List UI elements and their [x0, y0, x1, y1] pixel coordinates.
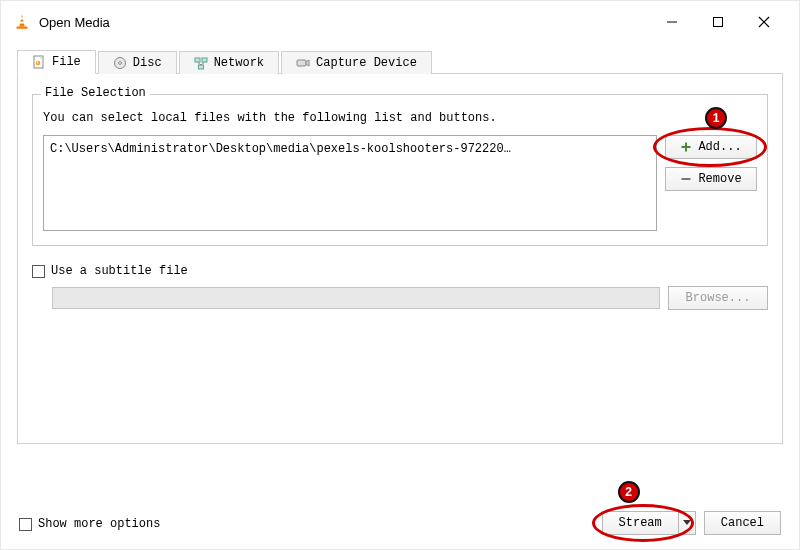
tab-capture[interactable]: Capture Device — [281, 51, 432, 74]
svg-rect-5 — [714, 18, 723, 27]
network-icon — [194, 56, 208, 70]
svg-rect-3 — [17, 27, 28, 29]
cancel-button-label: Cancel — [721, 516, 764, 530]
list-item[interactable]: C:\Users\Administrator\Desktop\media\pex… — [50, 140, 650, 158]
tab-disc-label: Disc — [133, 56, 162, 70]
tab-panel-file: File Selection You can select local file… — [17, 74, 783, 444]
tab-disc[interactable]: Disc — [98, 51, 177, 74]
remove-button[interactable]: Remove — [665, 167, 757, 191]
minimize-button[interactable] — [649, 7, 695, 37]
vlc-cone-icon — [13, 13, 31, 31]
file-icon — [32, 55, 46, 69]
stream-button-wrap: 2 Stream — [602, 511, 696, 535]
callout-badge-2: 2 — [618, 481, 640, 503]
window-title: Open Media — [39, 15, 649, 30]
dialog-body: File Disc Network Capture Device — [7, 37, 793, 454]
browse-button-label: Browse... — [686, 291, 751, 305]
cancel-button[interactable]: Cancel — [704, 511, 781, 535]
tab-file[interactable]: File — [17, 50, 96, 74]
stream-button-label: Stream — [619, 516, 662, 530]
callout-badge-1: 1 — [705, 107, 727, 129]
titlebar: Open Media — [7, 7, 793, 37]
callout-1-number: 1 — [713, 111, 720, 125]
add-button-label: Add... — [698, 140, 741, 154]
stream-split-button: Stream — [602, 511, 696, 535]
subtitle-path-row: Browse... — [32, 286, 768, 310]
more-options-row: Show more options — [19, 517, 160, 531]
svg-rect-15 — [202, 58, 207, 62]
close-button[interactable] — [741, 7, 787, 37]
add-button[interactable]: Add... — [665, 135, 757, 159]
disc-icon — [113, 56, 127, 70]
plus-icon — [680, 141, 692, 153]
svg-rect-16 — [198, 65, 203, 69]
svg-marker-24 — [683, 520, 691, 525]
svg-rect-14 — [195, 58, 200, 62]
tab-row: File Disc Network Capture Device — [17, 49, 783, 74]
tab-file-label: File — [52, 55, 81, 69]
file-side-buttons: 1 Add... Remove — [665, 135, 757, 191]
stream-dropdown-button[interactable] — [678, 511, 696, 535]
outer-container: Open Media File — [0, 0, 800, 550]
subtitle-checkbox[interactable] — [32, 265, 45, 278]
capture-device-icon — [296, 56, 310, 70]
show-more-options-checkbox[interactable] — [19, 518, 32, 531]
tab-network[interactable]: Network — [179, 51, 279, 74]
remove-button-label: Remove — [698, 172, 741, 186]
svg-point-13 — [118, 62, 121, 65]
maximize-button[interactable] — [695, 7, 741, 37]
file-row: C:\Users\Administrator\Desktop\media\pex… — [43, 135, 757, 231]
svg-rect-19 — [297, 60, 306, 66]
subtitle-checkbox-label: Use a subtitle file — [51, 264, 188, 278]
file-list[interactable]: C:\Users\Administrator\Desktop\media\pex… — [43, 135, 657, 231]
svg-marker-0 — [19, 15, 24, 27]
tab-network-label: Network — [214, 56, 264, 70]
svg-rect-2 — [19, 22, 25, 24]
subtitle-row: Use a subtitle file — [32, 264, 768, 278]
file-selection-description: You can select local files with the foll… — [43, 111, 757, 125]
chevron-down-icon — [683, 516, 691, 530]
show-more-options-label: Show more options — [38, 517, 160, 531]
file-selection-group: File Selection You can select local file… — [32, 94, 768, 246]
svg-rect-1 — [20, 18, 25, 20]
action-row: 2 Stream Cancel — [602, 511, 781, 535]
stream-button[interactable]: Stream — [602, 511, 678, 535]
file-selection-legend: File Selection — [41, 86, 150, 100]
browse-button[interactable]: Browse... — [668, 286, 768, 310]
subtitle-path-input[interactable] — [52, 287, 660, 309]
callout-2-number: 2 — [625, 485, 632, 499]
window-controls — [649, 7, 787, 37]
minus-icon — [680, 173, 692, 185]
tab-capture-label: Capture Device — [316, 56, 417, 70]
